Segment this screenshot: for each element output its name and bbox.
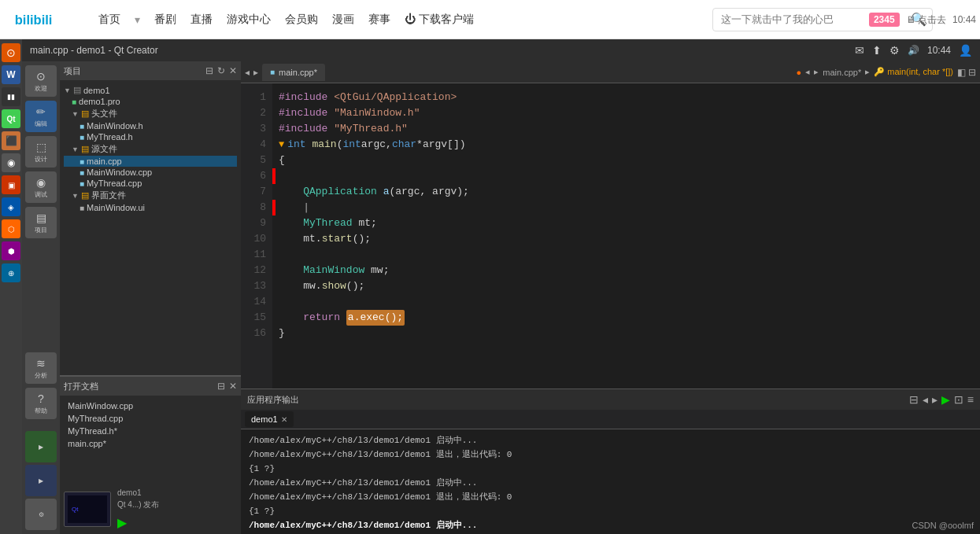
- doc-item-mainwindow-cpp[interactable]: MainWindow.cpp: [64, 400, 237, 412]
- record-icon[interactable]: ◉: [2, 153, 20, 172]
- tree-item-mainwindow-cpp[interactable]: ■ MainWindow.cpp: [64, 167, 237, 178]
- project-panel: 项目 ⊟ ↻ ✕ ▼ ▤ demo1: [60, 61, 241, 376]
- nav-manga[interactable]: 漫画: [332, 13, 354, 27]
- settings-icon[interactable]: ⚙: [889, 44, 900, 57]
- output-tab-close[interactable]: ✕: [281, 415, 287, 424]
- code-line-13: mw.show();: [279, 278, 974, 294]
- edit-btn[interactable]: ✏ 编辑: [25, 101, 57, 132]
- run-btn[interactable]: ▶: [25, 431, 57, 462]
- app5-icon[interactable]: ⊕: [2, 263, 20, 282]
- nav-download[interactable]: ⏻ 下载客户端: [405, 13, 474, 27]
- editor-close-icon[interactable]: ◧: [957, 67, 966, 78]
- code-line-16: }: [279, 326, 974, 341]
- tree-label: MainWindow.ui: [87, 203, 145, 212]
- nav-game[interactable]: 游戏中心: [227, 13, 271, 27]
- output-tabs: demo1 ✕: [241, 410, 980, 429]
- output-icon1[interactable]: ⊡: [954, 393, 963, 406]
- open-docs-close-icon[interactable]: ✕: [229, 381, 237, 392]
- tree-item-pro[interactable]: ■ demo1.pro: [64, 96, 237, 107]
- nav-live[interactable]: 直播: [190, 13, 213, 27]
- nav-home[interactable]: 首页: [98, 13, 120, 27]
- code-line-2: #include "MainWindow.h": [279, 105, 974, 121]
- tree-item-ui-files[interactable]: ▼ ▤ 界面文件: [64, 189, 237, 202]
- panel-close-icon[interactable]: ✕: [229, 65, 237, 76]
- kw-int: int: [287, 137, 305, 153]
- project-icon: ▤: [36, 212, 46, 224]
- run-icon[interactable]: ▶: [117, 515, 127, 530]
- output-stop-icon[interactable]: ⊟: [909, 393, 919, 406]
- tree-arrow: ▼: [72, 145, 79, 153]
- editor-split-icon[interactable]: ⊟: [968, 67, 976, 78]
- project-mode-btn[interactable]: ▤ 项目: [25, 207, 57, 238]
- project-header: 项目 ⊟ ↻ ✕: [60, 61, 241, 80]
- word-icon[interactable]: W: [2, 65, 20, 84]
- nav-vip[interactable]: 会员购: [285, 13, 318, 27]
- app3-icon[interactable]: ⬡: [2, 219, 20, 238]
- help-btn[interactable]: ? 帮助: [25, 388, 57, 419]
- output-tab-demo1[interactable]: demo1 ✕: [245, 411, 294, 427]
- filter-icon[interactable]: ⊟: [205, 65, 213, 76]
- qt-main-icon[interactable]: Qt: [2, 109, 20, 128]
- tree-item-mythread-cpp[interactable]: ■ MyThread.cpp: [64, 178, 237, 189]
- debug-btn[interactable]: ◉ 调试: [25, 171, 57, 203]
- app2-icon[interactable]: ◈: [2, 197, 20, 216]
- build-btn[interactable]: ⚙: [25, 499, 57, 530]
- files-icon[interactable]: ⬛: [2, 131, 20, 150]
- bilibili-logo[interactable]: bilibili: [12, 7, 83, 32]
- tree-item-demo1[interactable]: ▼ ▤ demo1: [64, 84, 237, 96]
- output-toolbar: ⊟ ◂ ▸ ▶ ⊡ ≡: [909, 393, 974, 406]
- tab-nav-left[interactable]: ◂: [245, 67, 250, 78]
- output-icon2[interactable]: ≡: [967, 393, 974, 406]
- tree-arrow: ▼: [72, 110, 79, 118]
- doc-item-mythread-cpp[interactable]: MyThread.cpp: [64, 412, 237, 425]
- kw-include2: #include: [279, 105, 327, 121]
- doc-item-mythread-h[interactable]: MyThread.h*: [64, 425, 237, 437]
- tree-arrow: ▼: [64, 87, 71, 94]
- terminal-icon[interactable]: ▮▮: [2, 87, 20, 106]
- folder-icon: ▤: [81, 109, 89, 119]
- output-line-2: /home/alex/myC++/ch8/l3/demo1/demo1 退出，退…: [249, 447, 972, 462]
- tree-item-mainwindow-ui[interactable]: ■ MainWindow.ui: [64, 202, 237, 213]
- main-layout: ⊙ W ▮▮ Qt ⬛ ◉ ▣ ◈ ⬡ ⬢ ⊕ main.cpp - demo1…: [0, 39, 980, 534]
- code-content[interactable]: #include <QtGui/QApplication> #include "…: [272, 83, 980, 389]
- nav-drama[interactable]: 番剧: [154, 13, 176, 27]
- breadcrumb-nav-right[interactable]: ▸: [814, 67, 819, 77]
- demo-screen: Qt: [64, 492, 111, 527]
- demo-label: demo1: [117, 488, 159, 497]
- design-btn[interactable]: ⬚ 设计: [25, 136, 57, 168]
- output-nav-right[interactable]: ▸: [932, 393, 937, 406]
- folder-icon: ▤: [81, 144, 89, 154]
- pro-icon: ■: [72, 98, 76, 106]
- output-line-4: /home/alex/myC++/ch8/l3/demo1/demo1 启动中.…: [249, 476, 972, 490]
- code-line-11: [279, 247, 974, 263]
- bili-badge: 2345: [869, 13, 900, 27]
- tab-main-cpp[interactable]: ■ main.cpp*: [262, 64, 325, 81]
- output-nav-left[interactable]: ◂: [923, 393, 928, 406]
- tab-nav-right[interactable]: ▸: [253, 67, 258, 78]
- tree-item-headers[interactable]: ▼ ▤ 头文件: [64, 107, 237, 120]
- app1-icon[interactable]: ▣: [2, 175, 20, 194]
- tree-item-mythread-h[interactable]: ■ MyThread.h: [64, 131, 237, 142]
- open-docs-filter-icon[interactable]: ⊟: [217, 381, 225, 392]
- doc-item-main-cpp[interactable]: main.cpp*: [64, 437, 237, 450]
- tree-item-mainwindow-h[interactable]: ■ MainWindow.h: [64, 120, 237, 131]
- code-line-15: return a.exec();: [279, 310, 974, 326]
- file-icon: ■: [80, 168, 84, 177]
- debug-run-btn[interactable]: ▶: [25, 465, 57, 496]
- analyze-btn[interactable]: ≋ 分析: [25, 352, 57, 384]
- tree-label: MyThread.cpp: [87, 179, 142, 188]
- project-tree: ▼ ▤ demo1 ■ demo1.pro ▼ ▤ 头文件: [60, 80, 241, 375]
- ubuntu-sidebar: ⊙ W ▮▮ Qt ⬛ ◉ ▣ ◈ ⬡ ⬢ ⊕: [0, 39, 22, 534]
- output-line-3: {1 ?}: [249, 462, 972, 476]
- welcome-label: 欢迎: [35, 84, 47, 93]
- breadcrumb-nav-left[interactable]: ◂: [805, 67, 810, 77]
- output-run-icon[interactable]: ▶: [941, 393, 950, 406]
- app4-icon[interactable]: ⬢: [2, 241, 20, 260]
- click-btn[interactable]: 🖥 点击去: [906, 13, 946, 27]
- ubuntu-icon[interactable]: ⊙: [2, 43, 20, 62]
- nav-sports[interactable]: 赛事: [368, 13, 390, 27]
- sync-icon[interactable]: ↻: [217, 65, 225, 76]
- tree-item-main-cpp[interactable]: ■ main.cpp: [64, 156, 237, 167]
- welcome-btn[interactable]: ⊙ 欢迎: [25, 65, 57, 97]
- tree-item-sources[interactable]: ▼ ▤ 源文件: [64, 142, 237, 156]
